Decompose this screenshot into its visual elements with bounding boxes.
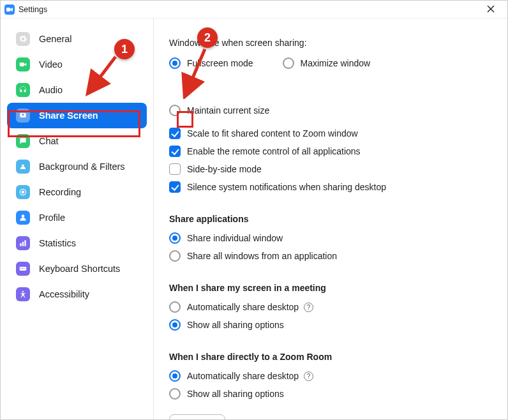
radio-icon: [169, 105, 181, 116]
accessibility-icon: [16, 287, 30, 301]
recording-icon: [16, 185, 30, 199]
sidebar-item-label: Background & Filters: [39, 161, 125, 172]
sidebar-item-label: Recording: [39, 187, 81, 197]
svg-rect-13: [21, 268, 22, 269]
sidebar-item-keyboard-shortcuts[interactable]: Keyboard Shortcuts: [7, 256, 147, 281]
share-apps-heading: Share applications: [169, 214, 492, 224]
sidebar-item-label: Chat: [39, 136, 59, 146]
option-label: Enable the remote control of all applica…: [187, 146, 361, 156]
sidebar: GeneralVideoAudioShare ScreenChatBackgro…: [1, 19, 154, 419]
sidebar-item-accessibility[interactable]: Accessibility: [7, 281, 147, 307]
checkbox-option[interactable]: Side-by-side mode: [169, 160, 492, 178]
radio-option[interactable]: Share all windows from an application: [169, 247, 492, 265]
close-button[interactable]: [478, 4, 504, 15]
sidebar-item-recording[interactable]: Recording: [7, 179, 147, 205]
statistics-icon: [16, 236, 30, 250]
svg-rect-9: [20, 243, 21, 246]
keyboard-icon: [16, 262, 30, 276]
share-icon: [16, 109, 30, 123]
zoomroom-heading: When I share directly to a Zoom Room: [169, 352, 492, 362]
advanced-button[interactable]: Advanced: [169, 414, 225, 419]
radio-icon: [169, 232, 181, 244]
radio-option[interactable]: Show all sharing options: [169, 316, 492, 334]
window-size-heading: Window size when screen sharing:: [169, 38, 492, 48]
svg-point-7: [22, 191, 24, 193]
zoomroom-radio-group: Automatically share desktop?Show all sha…: [169, 367, 492, 403]
sidebar-item-share-screen[interactable]: Share Screen: [7, 103, 147, 128]
window-size-option[interactable]: Fullscreen mode: [169, 54, 253, 72]
radio-option[interactable]: Share individual window: [169, 229, 492, 247]
option-label: Show all sharing options: [187, 320, 284, 330]
svg-rect-0: [6, 8, 10, 11]
radio-icon: [169, 57, 181, 69]
option-label: Scale to fit shared content to Zoom wind…: [187, 128, 358, 139]
meeting-radio-group: Automatically share desktop?Show all sha…: [169, 298, 492, 334]
settings-window: Settings GeneralVideoAudioShare ScreenCh…: [0, 0, 508, 420]
radio-option[interactable]: Show all sharing options: [169, 385, 492, 403]
option-label: Fullscreen mode: [187, 58, 253, 68]
checkbox-option[interactable]: Enable the remote control of all applica…: [169, 142, 492, 160]
sidebar-item-background-filters[interactable]: Background & Filters: [7, 154, 147, 179]
sidebar-item-label: Accessibility: [39, 289, 89, 299]
svg-rect-11: [24, 240, 26, 246]
window-body: GeneralVideoAudioShare ScreenChatBackgro…: [1, 19, 507, 419]
radio-option[interactable]: Automatically share desktop?: [169, 298, 492, 316]
radio-icon: [169, 319, 181, 331]
help-icon[interactable]: ?: [304, 371, 313, 381]
radio-option[interactable]: Automatically share desktop?: [169, 367, 492, 385]
help-icon[interactable]: ?: [304, 303, 313, 312]
option-label: Maximize window: [301, 58, 371, 68]
sidebar-item-audio[interactable]: Audio: [7, 77, 147, 103]
window-size-radio-group: Fullscreen modeMaximize windowMaintain c…: [169, 54, 492, 119]
checkbox-icon: [169, 146, 181, 157]
background-icon: [16, 160, 30, 174]
general-checkboxes: Scale to fit shared content to Zoom wind…: [169, 124, 492, 196]
option-label: Show all sharing options: [187, 389, 284, 399]
sidebar-item-general[interactable]: General: [7, 26, 147, 52]
svg-rect-14: [22, 268, 23, 269]
svg-rect-3: [20, 63, 24, 66]
radio-icon: [169, 250, 181, 262]
window-size-option[interactable]: Maximize window: [283, 54, 371, 72]
option-label: Silence system notifications when sharin…: [187, 182, 386, 192]
window-title: Settings: [19, 5, 478, 14]
option-label: Share individual window: [187, 233, 283, 243]
sidebar-item-label: Video: [39, 59, 63, 70]
close-icon: [487, 5, 495, 13]
sidebar-item-label: Keyboard Shortcuts: [39, 264, 120, 274]
option-label: Automatically share desktop: [187, 302, 299, 312]
option-label: Automatically share desktop: [187, 371, 299, 381]
sidebar-item-chat[interactable]: Chat: [7, 128, 147, 154]
option-label: Side-by-side mode: [187, 164, 262, 174]
sidebar-item-label: Statistics: [39, 238, 76, 248]
checkbox-icon: [169, 128, 181, 139]
video-icon: [16, 57, 30, 71]
window-size-option[interactable]: Maintain current size: [169, 101, 269, 119]
sidebar-item-video[interactable]: Video: [7, 52, 147, 77]
option-label: Maintain current size: [187, 105, 269, 116]
share-apps-radio-group: Share individual windowShare all windows…: [169, 229, 492, 265]
svg-rect-10: [22, 242, 24, 246]
sidebar-item-label: Share Screen: [39, 110, 98, 121]
svg-point-16: [22, 291, 24, 292]
gear-icon: [16, 32, 30, 46]
sidebar-item-profile[interactable]: Profile: [7, 205, 147, 230]
radio-icon: [169, 301, 181, 313]
radio-icon: [169, 370, 181, 382]
content-pane: Window size when screen sharing: Fullscr…: [154, 19, 507, 419]
titlebar: Settings: [1, 1, 507, 19]
checkbox-option[interactable]: Silence system notifications when sharin…: [169, 178, 492, 196]
sidebar-item-label: Audio: [39, 85, 63, 95]
checkbox-icon: [169, 163, 181, 175]
sidebar-item-label: General: [39, 34, 72, 44]
profile-icon: [16, 211, 30, 225]
checkbox-option[interactable]: Scale to fit shared content to Zoom wind…: [169, 124, 492, 142]
audio-icon: [16, 83, 30, 97]
checkbox-icon: [169, 181, 181, 193]
svg-rect-15: [24, 268, 24, 269]
sidebar-item-statistics[interactable]: Statistics: [7, 230, 147, 256]
svg-point-5: [22, 165, 24, 167]
meeting-heading: When I share my screen in a meeting: [169, 283, 492, 293]
zoom-app-icon: [4, 4, 15, 15]
radio-icon: [169, 388, 181, 400]
